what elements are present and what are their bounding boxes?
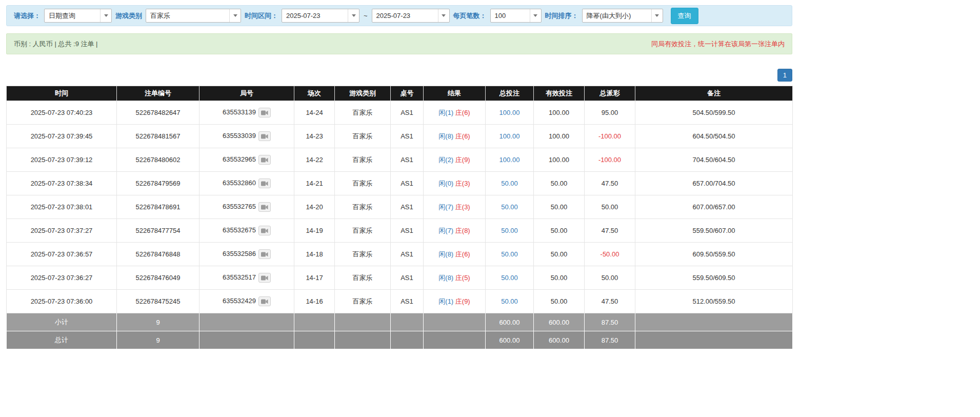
bet-id-cell: 522678476049 [117,266,199,290]
sort-dropdown[interactable]: 降幂(由大到小) [582,9,663,23]
round-cell: 635533039 [199,125,294,148]
banker-result: 庄(6) [455,109,470,116]
chevron-down-icon[interactable] [530,9,541,22]
banker-result: 庄(6) [455,250,470,258]
game-type-cell: 百家乐 [335,219,391,243]
round-cell: 635532860 [199,172,294,195]
banker-result: 庄(6) [455,132,470,140]
page-size-label: 每页笔数： [453,11,487,21]
column-header: 备注 [635,86,793,101]
chevron-down-icon[interactable] [348,9,359,22]
chevron-down-icon[interactable] [438,9,449,22]
total-bet-link[interactable]: 50.00 [501,274,518,282]
table-no-cell: AS1 [391,172,424,195]
column-header: 注单编号 [117,86,199,101]
page-size-dropdown[interactable]: 100 [490,9,542,23]
subtotal-label-cell: 小计 [7,313,117,331]
table-no-cell: AS1 [391,101,424,125]
result-cell: 闲(1) 庄(6) [424,101,486,125]
total-bet-link[interactable]: 50.00 [501,180,518,187]
total-bet-link[interactable]: 100.00 [499,109,520,116]
bet-id-cell: 522678480602 [117,148,199,172]
game-type-cell: 百家乐 [335,125,391,148]
subtotal-valid-bet-cell: 600.00 [534,313,585,331]
round-cell: 635532517 [199,266,294,290]
total-bet-link[interactable]: 50.00 [501,297,518,305]
round-cell: 635532765 [199,195,294,219]
round-video-icon[interactable] [258,155,271,165]
round-video-icon[interactable] [258,226,271,235]
total-count-cell: 9 [117,331,199,349]
round-video-icon[interactable] [258,131,271,141]
total-bet-link[interactable]: 100.00 [499,132,520,140]
remark-cell: 607.00/657.00 [635,195,793,219]
round-video-icon[interactable] [258,108,271,117]
chevron-down-icon[interactable] [100,9,111,22]
total-game-type-cell [335,331,391,349]
round-video-icon[interactable] [258,249,271,259]
round-video-icon[interactable] [258,202,271,212]
time-cell: 2025-07-23 07:37:27 [7,219,117,243]
total-remark-cell [635,331,793,349]
search-button[interactable]: 查询 [671,8,698,24]
game-type-cell: 百家乐 [335,148,391,172]
round-video-icon[interactable] [258,273,271,283]
total-bet-link[interactable]: 50.00 [501,203,518,211]
column-header: 游戏类别 [335,86,391,101]
payout-cell: 50.00 [585,266,635,290]
column-header: 时间 [7,86,117,101]
banker-result: 庄(8) [455,227,470,234]
total-bet-cell: 100.00 [486,125,534,148]
valid-bet-cell: 50.00 [534,243,585,266]
result-cell: 闲(2) 庄(9) [424,148,486,172]
player-result: 闲(1) [438,109,453,116]
remark-cell: 559.50/607.00 [635,219,793,243]
session-cell: 14-16 [294,290,335,313]
sort-value: 降幂(由大到小) [583,11,631,21]
date-to-dropdown[interactable]: 2025-07-23 [372,9,450,23]
table-no-cell: AS1 [391,195,424,219]
table-row: 2025-07-23 07:40:23522678482647635533139… [7,101,793,125]
remark-cell: 657.00/704.50 [635,172,793,195]
pagination: 1 [6,69,792,82]
subtotal-table-no-cell [391,313,424,331]
table-no-cell: AS1 [391,148,424,172]
table-row: 2025-07-23 07:36:27522678476049635532517… [7,266,793,290]
date-from-dropdown[interactable]: 2025-07-23 [282,9,359,23]
column-header: 有效投注 [534,86,585,101]
column-header: 桌号 [391,86,424,101]
total-bet-cell: 50.00 [486,195,534,219]
query-type-dropdown[interactable]: 日期查询 [44,9,112,23]
bet-records-table: 时间注单编号局号场次游戏类别桌号结果总投注有效投注总派彩备注 2025-07-2… [6,86,793,349]
column-header: 结果 [424,86,486,101]
total-bet-link[interactable]: 50.00 [501,227,518,234]
chevron-down-icon[interactable] [651,9,663,22]
chevron-down-icon[interactable] [229,9,241,22]
total-round-cell [199,331,294,349]
round-cell: 635532429 [199,290,294,313]
game-type-cell: 百家乐 [335,266,391,290]
total-bet-link[interactable]: 100.00 [499,156,520,164]
query-type-label: 请选择： [14,11,41,21]
table-no-cell: AS1 [391,290,424,313]
result-cell: 闲(8) 庄(6) [424,243,486,266]
query-type-value: 日期查询 [45,11,75,21]
round-video-icon[interactable] [258,296,271,306]
subtotal-row: 小计9600.00600.0087.50 [7,313,793,331]
table-no-cell: AS1 [391,219,424,243]
session-cell: 14-20 [294,195,335,219]
game-type-dropdown[interactable]: 百家乐 [146,9,241,23]
bet-id-cell: 522678475245 [117,290,199,313]
bet-id-cell: 522678477754 [117,219,199,243]
total-payout-cell: 87.50 [585,331,635,349]
result-cell: 闲(8) 庄(6) [424,125,486,148]
time-cell: 2025-07-23 07:39:45 [7,125,117,148]
time-range-label: 时间区间： [245,11,278,21]
round-video-icon[interactable] [258,178,271,188]
payout-cell: 47.50 [585,290,635,313]
summary-bar: 币别 : 人民币 | 总共 :9 注单 | 同局有效投注，统一计算在该局第一张注… [6,33,792,54]
page-1-button[interactable]: 1 [777,69,792,82]
time-cell: 2025-07-23 07:38:01 [7,195,117,219]
total-bet-link[interactable]: 50.00 [501,250,518,258]
column-header: 总投注 [486,86,534,101]
